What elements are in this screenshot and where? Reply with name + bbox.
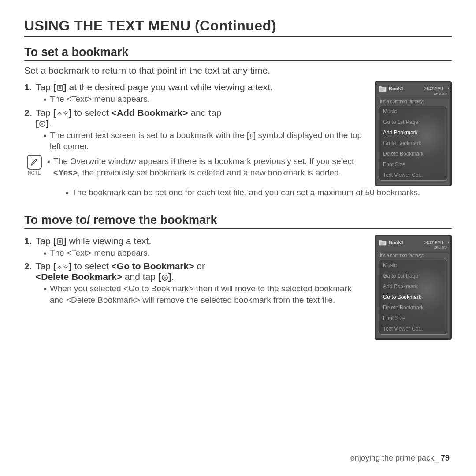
menu-item: Delete Bookmark bbox=[379, 149, 447, 159]
circle-icon bbox=[161, 274, 168, 281]
note-1: ■ The Overwrite window appears if there … bbox=[47, 156, 367, 178]
menu-item: Music bbox=[379, 260, 447, 271]
menu-item: Add Bookmark bbox=[379, 281, 447, 292]
menu-icon bbox=[56, 84, 63, 91]
device-subtitle: It's a common fantasy: bbox=[377, 97, 449, 104]
section-heading-set-bookmark: To set a bookmark bbox=[24, 45, 452, 61]
device-screenshot-1: Book1 04:27 PM 45.40% It's a common fant… bbox=[375, 81, 452, 186]
updown-icon bbox=[56, 264, 69, 270]
s2-step-2: 2. Tap [] to select <Go to Bookmark> or … bbox=[24, 261, 367, 282]
s2-step-2-sub: ■When you selected <Go to Bookmark> then… bbox=[44, 283, 367, 305]
battery-icon bbox=[442, 87, 448, 90]
step-2: 2. Tap [] to select <Add Bookmark> and t… bbox=[24, 108, 367, 129]
s2-step-1-sub: ■The <Text> menu appears. bbox=[44, 247, 367, 259]
menu-item: Music bbox=[379, 106, 447, 117]
step-2-sub: ■ The current text screen is set to a bo… bbox=[44, 130, 367, 152]
menu-item: Font Size bbox=[379, 313, 447, 324]
step-1-sub: ■The <Text> menu appears. bbox=[44, 93, 367, 105]
device-menu-1: Music Go to 1st Page Add Bookmark Go to … bbox=[379, 106, 447, 181]
device-percent: 45.40% bbox=[377, 92, 449, 97]
menu-icon bbox=[56, 238, 63, 245]
note-badge: NOTE bbox=[24, 155, 45, 180]
menu-item: Text Viewer Col.. bbox=[379, 170, 447, 180]
device-menu-2: Music Go to 1st Page Add Bookmark Go to … bbox=[379, 260, 447, 335]
menu-item: Go to Bookmark bbox=[379, 138, 447, 149]
battery-icon bbox=[442, 241, 448, 244]
section-heading-move-remove: To move to/ remove the bookmark bbox=[24, 213, 452, 229]
circle-icon bbox=[39, 120, 46, 127]
page-title: USING THE TEXT MENU (Continued) bbox=[24, 18, 452, 37]
menu-item-selected: Add Bookmark bbox=[379, 127, 447, 138]
menu-item-selected: Go to Bookmark bbox=[379, 292, 447, 302]
device-percent: 45.40% bbox=[377, 245, 449, 251]
menu-item: Text Viewer Col.. bbox=[379, 324, 447, 334]
section-intro: Set a bookmark to return to that point i… bbox=[24, 65, 452, 76]
device-subtitle: It's a common fantasy: bbox=[377, 251, 449, 258]
page-footer: enjoying the prime pack_ 79 bbox=[350, 454, 450, 463]
folder-icon bbox=[378, 238, 387, 246]
folder-icon bbox=[378, 85, 387, 93]
device-screenshot-2: Book1 04:27 PM 45.40% It's a common fant… bbox=[375, 235, 452, 340]
menu-item: Go to 1st Page bbox=[379, 271, 447, 281]
updown-icon bbox=[56, 110, 69, 116]
step-1: 1. Tap [] at the desired page you want w… bbox=[24, 82, 367, 93]
menu-item: Go to 1st Page bbox=[379, 117, 447, 127]
note-2: ■The bookmark can be set one for each te… bbox=[66, 187, 452, 198]
menu-item: Delete Bookmark bbox=[379, 302, 447, 313]
s2-step-1: 1. Tap [] while viewing a text. bbox=[24, 236, 367, 246]
menu-item: Font Size bbox=[379, 159, 447, 170]
clip-icon bbox=[249, 133, 253, 139]
